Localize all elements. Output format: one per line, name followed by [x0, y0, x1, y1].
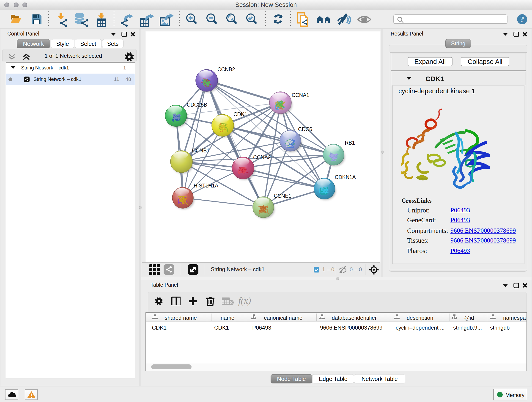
svg-text:CCNB2: CCNB2 — [217, 66, 235, 72]
svg-text:CCNE1: CCNE1 — [274, 193, 291, 199]
svg-text:CCNA2: CCNA2 — [253, 154, 271, 160]
svg-text:?: ? — [520, 15, 524, 23]
svg-text:CDK1: CDK1 — [234, 111, 247, 117]
svg-text:CCNB1: CCNB1 — [192, 148, 209, 153]
svg-text:RB1: RB1 — [345, 140, 355, 146]
svg-text:CDC25B: CDC25B — [187, 102, 207, 108]
svg-text:CCNA1: CCNA1 — [292, 92, 309, 98]
svg-text:CDKN1A: CDKN1A — [335, 174, 356, 180]
svg-text:HIST1H1A: HIST1H1A — [194, 183, 218, 189]
svg-text:CDC6: CDC6 — [298, 126, 312, 132]
